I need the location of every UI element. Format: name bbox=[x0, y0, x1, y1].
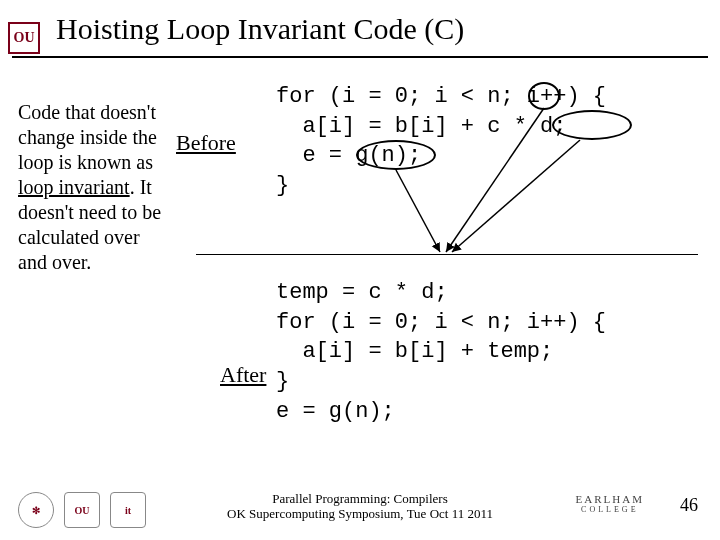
page-title: Hoisting Loop Invariant Code (C) bbox=[56, 12, 464, 46]
divider bbox=[196, 254, 698, 255]
footer-line-1: Parallel Programming: Compilers bbox=[272, 491, 447, 506]
before-label: Before bbox=[176, 130, 236, 156]
earlham-logo: EARLHAM COLLEGE bbox=[576, 493, 644, 514]
circle-annotation-c-d bbox=[552, 110, 632, 140]
after-label: After bbox=[220, 362, 266, 388]
footer: ✻ OU it Parallel Programming: Compilers … bbox=[0, 480, 720, 530]
footer-line-2: OK Supercomputing Symposium, Tue Oct 11 … bbox=[227, 506, 493, 521]
ou-logo: OU bbox=[8, 22, 40, 54]
slide: OU Hoisting Loop Invariant Code (C) Code… bbox=[0, 0, 720, 540]
explanation-paragraph: Code that doesn't change inside the loop… bbox=[18, 100, 168, 275]
circle-annotation-g-n bbox=[356, 140, 436, 170]
page-number: 46 bbox=[680, 495, 698, 516]
earlham-subtext: COLLEGE bbox=[576, 505, 644, 514]
earlham-text: EARLHAM bbox=[576, 493, 644, 505]
paragraph-pre: Code that doesn't change inside the loop… bbox=[18, 101, 157, 173]
title-underline bbox=[12, 56, 708, 58]
term-loop-invariant: loop invariant bbox=[18, 176, 130, 198]
circle-annotation-n bbox=[528, 82, 560, 110]
code-after: temp = c * d; for (i = 0; i < n; i++) { … bbox=[276, 278, 606, 426]
